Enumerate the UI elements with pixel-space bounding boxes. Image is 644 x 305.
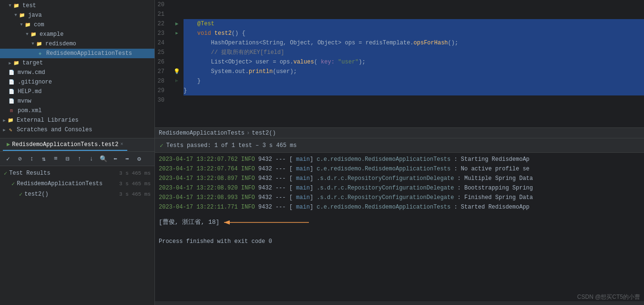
- tree-item-label: example: [40, 31, 63, 38]
- sort-dur-btn[interactable]: ⇅: [39, 154, 49, 164]
- tree-item-ScratchesAndConsoles[interactable]: ▶ ✎Scratches and Consoles: [0, 125, 154, 135]
- run-icon: ▶: [7, 141, 10, 148]
- tree-item-label: mvnw: [18, 98, 31, 105]
- log-line-2: 2023-04-17 13:22:08.897 INFO 9432 --- [ …: [155, 174, 644, 183]
- code-line-24: HashOperations<String, Object, Object> o…: [184, 38, 644, 48]
- gutter-area: ▶▶💡⊢: [172, 0, 182, 127]
- line-num-24: 24: [155, 38, 168, 48]
- tree-item-RedisdemoApplicationTests[interactable]: ◈RedisdemoApplicationTests: [0, 49, 154, 58]
- prev-fail-btn[interactable]: ↑: [74, 154, 85, 164]
- line-numbers: 2021222324252627282930: [155, 0, 172, 127]
- gutter-22: ▶: [172, 19, 182, 29]
- gutter-24: [172, 38, 182, 48]
- gutter-21: [172, 10, 182, 19]
- line-num-22: 22: [155, 19, 168, 29]
- tree-item-mvnw[interactable]: 📄mvnw: [0, 96, 154, 106]
- line-num-27: 27: [155, 67, 168, 76]
- gutter-27: 💡: [172, 67, 182, 76]
- code-content: 2021222324252627282930 ▶▶💡⊢ @Test void t…: [155, 0, 644, 127]
- output-text: [曹俊, 浙江省, 18]: [159, 218, 219, 227]
- horizontal-scrollbar[interactable]: [155, 301, 644, 305]
- test-result-2[interactable]: ✓test2()3 s 465 ms: [0, 189, 154, 200]
- chevron-icon: ▼: [25, 32, 30, 37]
- tree-item-label: pom.xml: [18, 107, 41, 114]
- tree-item-label: mvnw.cmd: [18, 69, 45, 76]
- test-result-0[interactable]: ✓Test Results3 s 465 ms: [0, 168, 154, 179]
- maven-icon: m: [8, 107, 15, 115]
- chevron-icon: ▼: [31, 42, 35, 46]
- gutter-20: [172, 0, 182, 10]
- top-section: ▼ 📁test▼ 📁java▼ 📁com▼ 📁example▼ 📁redisde…: [0, 0, 644, 138]
- tree-item-java[interactable]: ▼ 📁java: [0, 11, 154, 20]
- tree-item-mvnw.cmd[interactable]: 📄mvnw.cmd: [0, 68, 154, 77]
- tree-item-.gitignore[interactable]: 📄.gitignore: [0, 77, 154, 87]
- test-results: ✓Test Results3 s 465 ms✓RedisdemoApplica…: [0, 166, 154, 305]
- expand-btn[interactable]: ≡: [51, 154, 61, 164]
- export-btn[interactable]: ➡: [122, 154, 133, 164]
- sort-alpha-btn[interactable]: ↕: [27, 154, 37, 164]
- file-icon: 📄: [8, 69, 15, 76]
- tree-item-example[interactable]: ▼ 📁example: [0, 30, 154, 39]
- line-num-25: 25: [155, 48, 168, 57]
- tree-item-redisdemo[interactable]: ▼ 📁redisdemo: [0, 39, 154, 49]
- tree-item-label: java: [28, 12, 42, 19]
- code-line-25: // 提取所有的KEY[field]: [184, 48, 644, 57]
- next-fail-btn[interactable]: ↓: [86, 154, 97, 164]
- settings-btn[interactable]: ⚙: [134, 154, 144, 164]
- folder-icon: 📁: [7, 116, 14, 124]
- tree-item-HELP.md[interactable]: 📄HELP.md: [0, 87, 154, 96]
- import-btn[interactable]: ⬅: [110, 154, 121, 164]
- gutter-30: [172, 95, 182, 105]
- breadcrumb-sep: ›: [246, 130, 250, 137]
- tree-item-target[interactable]: ▶ 📁target: [0, 58, 154, 68]
- line-num-28: 28: [155, 76, 168, 86]
- tree-item-label: .gitignore: [18, 79, 52, 85]
- chevron-icon: ▶: [2, 127, 7, 132]
- file-icon: 📄: [8, 97, 15, 105]
- gutter-23: ▶: [172, 29, 182, 38]
- test-result-1[interactable]: ✓RedisdemoApplicationTests3 s 465 ms: [0, 179, 154, 189]
- code-line-29: }: [184, 86, 644, 95]
- log-line-1: 2023-04-17 13:22:07.764 INFO 9432 --- [ …: [155, 164, 644, 174]
- tree-item-ExternalLibraries[interactable]: ▶ 📁External Libraries: [0, 116, 154, 125]
- watermark: CSDN @想买CT5的小曹: [577, 293, 640, 301]
- rerun-btn[interactable]: ✓: [3, 154, 13, 164]
- code-line-22: @Test: [184, 19, 644, 29]
- folder-icon: 📁: [30, 31, 37, 38]
- code-lines: @Test void test2() { HashOperations<Stri…: [182, 0, 644, 127]
- search-btn[interactable]: 🔍: [98, 154, 109, 164]
- line-num-26: 26: [155, 57, 168, 67]
- tab-close-btn[interactable]: ×: [120, 142, 123, 147]
- tree-item-test[interactable]: ▼ 📁test: [0, 1, 154, 11]
- console-panel: ✓ Tests passed: 1 of 1 test – 3 s 465 ms…: [155, 138, 644, 305]
- chevron-icon: ▶: [8, 61, 12, 65]
- stop-btn[interactable]: ⊘: [15, 154, 25, 164]
- tree-item-label: test: [22, 2, 36, 9]
- tree-item-label: com: [34, 21, 44, 28]
- collapse-btn[interactable]: ⊟: [62, 154, 73, 164]
- tree-item-label: target: [22, 60, 43, 66]
- test-tab[interactable]: ▶ RedisdemoApplicationTests.test2 ×: [3, 139, 127, 151]
- file-icon: 📄: [8, 78, 15, 86]
- folder-icon: 📁: [18, 11, 26, 19]
- tree-item-label: Scratches and Consoles: [17, 126, 92, 133]
- arrow-annotation: [223, 218, 318, 227]
- breadcrumb: RedisdemoApplicationTests › test2(): [155, 127, 644, 138]
- code-line-30: [184, 95, 644, 105]
- pass-icon: ✓: [160, 142, 164, 149]
- tab-bar: ▶ RedisdemoApplicationTests.test2 ×: [0, 138, 154, 152]
- log-line-3: 2023-04-17 13:22:08.920 INFO 9432 --- [ …: [155, 183, 644, 193]
- folder-icon: 📁: [12, 59, 20, 67]
- code-line-26: List<Object> user = ops.values( key: "us…: [184, 57, 644, 67]
- tree-item-com[interactable]: ▼ 📁com: [0, 20, 154, 30]
- file-tree: ▼ 📁test▼ 📁java▼ 📁com▼ 📁example▼ 📁redisde…: [0, 0, 155, 138]
- tree-item-pom.xml[interactable]: mpom.xml: [0, 106, 154, 116]
- code-line-23: void test2() {: [184, 29, 644, 38]
- log-line-4: 2023-04-17 13:22:08.993 INFO 9432 --- [ …: [155, 193, 644, 202]
- code-editor: 2021222324252627282930 ▶▶💡⊢ @Test void t…: [155, 0, 644, 138]
- gutter-29: [172, 86, 182, 95]
- console-output: 2023-04-17 13:22:07.762 INFO 9432 --- [ …: [155, 153, 644, 301]
- code-line-28: }: [184, 76, 644, 86]
- tree-item-label: External Libraries: [17, 117, 79, 124]
- gutter-28: ⊢: [172, 76, 182, 86]
